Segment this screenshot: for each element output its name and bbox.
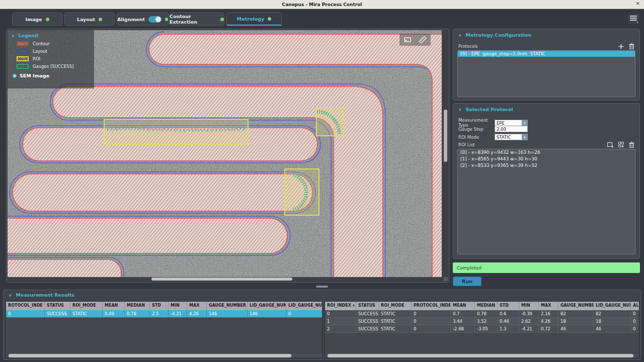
legend-item-roi[interactable]: ROI [17, 56, 90, 61]
tab-label: Metrology [237, 16, 264, 22]
column-header-max[interactable]: MAX [187, 302, 207, 310]
tab-metrology[interactable]: Metrology [226, 13, 282, 26]
column-header-roi-mode[interactable]: ROI_MODE [379, 302, 412, 310]
table-cell: 0.49 [103, 310, 125, 317]
table-cell: 0 [412, 318, 451, 325]
table-cell: 0 [631, 310, 639, 317]
table-row[interactable]: 0SUCCESSSTATIC0.490.782.5-4.214.26146146… [6, 310, 322, 318]
chevron-down-icon: ▾ [522, 120, 527, 126]
splitter-handle[interactable] [316, 286, 328, 288]
roi-list-item[interactable]: [2] - x=8533 y=9365 w=39 h=52 [458, 162, 635, 169]
column-header-alid[interactable]: ALID [631, 302, 639, 310]
column-header-lid-gauge-num-a[interactable]: LID_GAUGE_NUM A [286, 302, 323, 310]
table-cell: STATIC [70, 310, 103, 317]
vertical-scroll-thumb[interactable] [444, 110, 447, 162]
legend-item-gauges[interactable]: Gauges [SUCCESS] [17, 64, 90, 69]
legend-item-layout[interactable]: Layout [17, 49, 90, 54]
canvas-horizontal-scrollbar [8, 277, 442, 282]
legend-item-label: Contour [33, 41, 50, 46]
table-cell: 4.26 [539, 318, 558, 325]
hamburger-menu-icon[interactable]: ▾ [628, 13, 639, 24]
legend-title[interactable]: ∨Legend [12, 33, 90, 38]
tab-alignment[interactable]: Alignment [117, 13, 169, 26]
legend-item-label: ROI [33, 56, 40, 61]
table-cell: 0.6 [498, 310, 519, 317]
column-header-min[interactable]: MIN [519, 302, 539, 310]
add-protocol-icon[interactable] [617, 43, 625, 50]
select-region-icon[interactable] [401, 35, 414, 44]
table-cell: 2.62 [519, 318, 539, 325]
roi-list-item[interactable]: [1] - x=8565 y=9443 w=30 h=30 [458, 156, 635, 162]
column-header-gauge-number[interactable]: GAUGE_NUMBER [558, 302, 594, 310]
column-header-median[interactable]: MEDIAN [475, 302, 498, 310]
column-header-max[interactable]: MAX [539, 302, 558, 310]
tab-label: Layout [77, 17, 95, 22]
tab-image[interactable]: Image [12, 13, 62, 26]
chevron-down-icon: ∨ [458, 33, 462, 38]
column-header-lid-gauge-nume[interactable]: LID_GAUGE_NUME [248, 302, 286, 310]
column-header-roi-index[interactable]: ROI_INDEX▲ [325, 302, 356, 310]
column-header-std[interactable]: STD [498, 302, 519, 310]
tab-strip: ▾ ImageLayoutAlignmentContour Extraction… [0, 9, 644, 27]
legend-item-contour[interactable]: Contour [17, 41, 90, 46]
column-header-protocol-index[interactable]: PROTOCOL_INDEX [412, 302, 451, 310]
table-cell: -2.68 [451, 325, 475, 332]
table-header-row: ROI_INDEX▲STATUSROI_MODEPROTOCOL_INDEXME… [325, 302, 639, 310]
protocols-list: [0] - EPE gauge_step=2.0nm STATIC [457, 50, 635, 97]
table-cell: 3.52 [475, 318, 498, 325]
protocol-list-item[interactable]: [0] - EPE gauge_step=2.0nm STATIC [458, 51, 635, 57]
column-header-min[interactable]: MIN [169, 302, 187, 310]
right-table-scroll-thumb[interactable] [328, 354, 633, 357]
tab-layout[interactable]: Layout [64, 13, 115, 26]
table-cell: STATIC [379, 310, 412, 317]
legend-item-sem-image[interactable]: SEM Image [13, 73, 90, 78]
measurement-type-select[interactable]: EPE ▾ [495, 120, 528, 126]
delete-protocol-trash-icon[interactable] [628, 43, 635, 50]
application-window: Canopus - Mira Process Control × ▾ Image… [0, 0, 644, 362]
column-header-median[interactable]: MEDIAN [125, 302, 150, 310]
tab-contour-extraction[interactable]: Contour Extraction [169, 13, 224, 26]
column-header-mean[interactable]: MEAN [103, 302, 125, 310]
roi-mode-select[interactable]: STATIC ▾ [495, 134, 528, 140]
table-cell: 82 [558, 310, 594, 317]
horizontal-scroll-thumb[interactable] [151, 278, 292, 281]
metrology-configuration-header[interactable]: ∨Metrology Configuration [453, 29, 639, 38]
selected-protocol-header[interactable]: ∨Selected Protocol [453, 104, 639, 112]
column-header-status[interactable]: STATUS [45, 302, 70, 310]
table-row[interactable]: 1SUCCESSSTATIC03.443.520.462.624.2618180 [325, 318, 639, 325]
sem-canvas[interactable]: ∨Legend ContourLayoutROIGauges [SUCCESS]… [8, 30, 442, 278]
column-header-rotocol-inde[interactable]: ROTOCOL_INDE▲ [6, 302, 45, 310]
status-dot [220, 18, 224, 21]
roi-list-item[interactable]: [0] - x=8390 y=9432 w=163 h=26 [458, 149, 635, 156]
table-cell: 0.7 [451, 310, 475, 317]
table-cell: 146 [248, 310, 286, 317]
measurement-results-header[interactable]: ∨Measurement Results [4, 290, 640, 298]
table-cell: 0.78 [475, 310, 498, 317]
run-button[interactable]: Run [453, 277, 481, 286]
column-header-std[interactable]: STD [150, 302, 169, 310]
add-roi-icon[interactable] [607, 141, 614, 148]
delete-roi-trash-icon[interactable] [628, 141, 635, 148]
table-row[interactable]: 0SUCCESSSTATIC00.70.780.6-0.392.1682820 [325, 310, 639, 318]
table-cell: 0 [631, 318, 639, 325]
roi-mode-label: ROI Mode [458, 135, 495, 140]
canvas-toolbar [399, 34, 431, 46]
table-cell: SUCCESS [356, 325, 379, 332]
table-cell: 4.26 [187, 310, 207, 317]
column-header-roi-mode[interactable]: ROI_MODE [70, 302, 103, 310]
table-cell: SUCCESS [356, 318, 379, 325]
gauge-step-input[interactable]: 2.00 [495, 126, 528, 132]
column-header-gauge-number[interactable]: GAUGE_NUMBER [207, 302, 248, 310]
column-header-status[interactable]: STATUS [356, 302, 379, 310]
add-roi-grid-icon[interactable] [617, 141, 625, 148]
alignment-toggle[interactable] [148, 16, 162, 23]
column-header-mean[interactable]: MEAN [451, 302, 475, 310]
sem-viewer-panel: ∨Legend ContourLayoutROIGauges [SUCCESS]… [6, 29, 449, 283]
close-icon[interactable]: × [636, 1, 640, 6]
tab-label: Contour Extraction [170, 14, 217, 25]
column-header-lid-gauge-numb[interactable]: LID_GAUGE_NUMB [594, 302, 631, 310]
table-row[interactable]: 2SUCCESSSTATIC0-2.68-3.051.3-4.210.72464… [325, 325, 639, 333]
left-table-scroll-thumb[interactable] [9, 354, 291, 357]
table-cell: 0 [6, 310, 45, 317]
measure-ruler-icon[interactable] [417, 35, 429, 44]
